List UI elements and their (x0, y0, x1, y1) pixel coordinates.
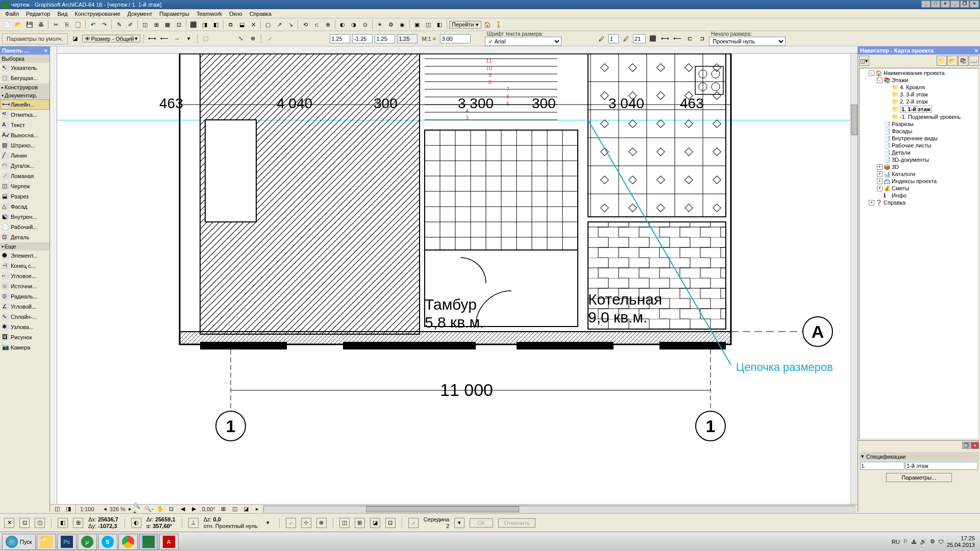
snap-btn-1[interactable]: ⟋ (286, 518, 296, 528)
taskbar-clock[interactable]: 17:25 25.04.2013 (947, 535, 975, 548)
tree-indexes[interactable]: +📇Индексы проекта (861, 178, 977, 185)
tb-btn-15[interactable]: ⎌ (311, 19, 322, 30)
dim-btn-3[interactable]: → (172, 34, 182, 44)
snap-btn-4[interactable]: ◫ (339, 518, 350, 528)
tb-btn-3[interactable]: ▦ (162, 19, 173, 30)
panel-close-icon[interactable]: × (44, 47, 47, 54)
tool-polyline[interactable]: ⟋Ломаная (0, 171, 50, 181)
scale-display[interactable]: 1:100 (78, 506, 96, 512)
vb-btn-1[interactable]: ◫ (52, 504, 62, 514)
menu-edit[interactable]: Редактор (23, 10, 53, 17)
tree-details[interactable]: 📑Детали (861, 149, 977, 156)
nav-tab-4[interactable]: 📖 (969, 56, 979, 66)
arrow-btn-4[interactable]: ⊏ (684, 34, 695, 44)
snap-btn-8[interactable]: ⟋ (408, 518, 419, 528)
erase-button[interactable]: ✐ (125, 19, 135, 30)
snap-dropdown[interactable]: ▾ (454, 518, 464, 528)
tray-icon-2[interactable]: 🖧 (911, 539, 917, 545)
tool-line[interactable]: ╱Линия (0, 151, 50, 161)
tb-btn-27[interactable]: 🚶 (494, 19, 504, 30)
menu-options[interactable]: Параметры (156, 10, 192, 17)
tb-btn-1[interactable]: ◫ (140, 19, 150, 30)
navigator-close-icon[interactable]: × (975, 47, 978, 54)
vb-btn-2[interactable]: ◨ (63, 504, 74, 514)
num-input-3[interactable] (375, 34, 395, 43)
group-more[interactable]: ▾Еще (0, 242, 50, 251)
num-input-1[interactable] (330, 34, 350, 43)
tb-btn-17[interactable]: ◐ (337, 19, 348, 30)
tool-section[interactable]: ⬓Разрез (0, 191, 50, 202)
canvas-area[interactable]: 11109 876 543 (50, 46, 857, 512)
tree-catalogs[interactable]: +📊Каталоги (861, 170, 977, 178)
nav-tab-1[interactable]: 📁 (937, 56, 947, 66)
group-selection[interactable]: Выборка (0, 55, 50, 63)
zoom-out-icon[interactable]: 🔍- (144, 504, 154, 514)
tool-radial[interactable]: ⊙Радиаль... (0, 291, 50, 302)
tree-info[interactable]: ℹИнфо (861, 192, 977, 199)
tb-btn-25[interactable]: ◧ (434, 19, 445, 30)
minimize-button[interactable]: _ (921, 1, 930, 8)
tb-btn-19[interactable]: ⊙ (360, 19, 370, 30)
tree-floors[interactable]: -📚Этажи (861, 77, 977, 84)
dim-btn-2[interactable]: ⟵ (159, 34, 169, 44)
tb-btn-5[interactable]: ⬛ (188, 19, 199, 30)
origin-select[interactable]: Проектный нуль (709, 37, 786, 46)
tree-floor-0[interactable]: 📁-1. Подземный уровень (861, 113, 977, 120)
tree-3ddocs[interactable]: 📑3D-документы (861, 156, 977, 163)
tool-interior[interactable]: ⬕Внутрен... (0, 212, 50, 222)
zoom-in-icon[interactable]: 🔍+ (133, 504, 143, 514)
zoom-right-icon[interactable]: ▸ (129, 506, 132, 512)
tree-3d[interactable]: +📦3D (861, 163, 977, 170)
tool-source[interactable]: ☼Источни... (0, 281, 50, 291)
task-archicad[interactable] (139, 534, 158, 550)
dim-btn-5[interactable]: ⬚ (201, 34, 211, 44)
tb-btn-16[interactable]: ⊕ (323, 19, 333, 30)
scrollbar-horizontal[interactable] (263, 506, 855, 513)
tb-btn-7[interactable]: ◧ (211, 19, 221, 30)
tool-elevation[interactable]: △Фасад (0, 202, 50, 212)
tree-worksheets[interactable]: 📑Рабочие листы (861, 142, 977, 149)
tool-pointer[interactable]: ↖Указатель (0, 63, 50, 73)
rb-close-icon[interactable]: × (971, 442, 979, 449)
close-button[interactable]: × (941, 1, 950, 8)
menu-help[interactable]: Справка (247, 10, 275, 17)
pen-btn-1[interactable]: 🖊 (596, 34, 606, 44)
tree-floor-2[interactable]: 📁2. 2-й этаж (861, 98, 977, 105)
new-button[interactable]: 📄 (2, 19, 12, 30)
dim-btn-8[interactable]: ⟋ (264, 34, 275, 44)
font-select[interactable]: ✓ Arial (485, 37, 561, 46)
default-params-button[interactable]: Параметры по умолч. (2, 33, 68, 44)
cb-btn-1[interactable]: ✕ (4, 518, 14, 528)
parameters-button[interactable]: Параметры... (886, 473, 952, 482)
menu-design[interactable]: Конструирование (71, 10, 123, 17)
task-utorrent[interactable]: μ (78, 534, 97, 550)
drawing-viewport[interactable]: 11109 876 543 (57, 54, 850, 505)
tb-btn-11[interactable]: ▢ (263, 19, 273, 30)
pen-input-2[interactable] (633, 34, 646, 43)
task-skype[interactable]: S (98, 534, 117, 550)
snap-btn-5[interactable]: ⊞ (355, 518, 365, 528)
tb-btn-26[interactable]: 🏠 (482, 19, 493, 30)
tool-end[interactable]: ⊣Конец с... (0, 261, 50, 271)
tb-btn-9[interactable]: ⬓ (237, 19, 247, 30)
tree-sections[interactable]: 📑Разрезы (861, 120, 977, 128)
nav-tab-3[interactable]: 📚 (958, 56, 968, 66)
cb-btn-2[interactable]: ⊡ (19, 518, 30, 528)
angle-display[interactable]: 0,00° (200, 506, 217, 512)
nav-tab-2[interactable]: 📂 (947, 56, 958, 66)
tree-floor-4[interactable]: 📁4. Кровля (861, 84, 977, 91)
arrow-btn-1[interactable]: ⬛ (648, 34, 658, 44)
menu-document[interactable]: Документ (125, 10, 156, 17)
task-photoshop[interactable]: Ps (57, 534, 77, 550)
zoom-left-icon[interactable]: ◂ (104, 506, 107, 512)
dim-btn-7[interactable]: ⊕ (248, 34, 258, 44)
tool-drawing[interactable]: ◫Чертеж (0, 181, 50, 191)
close2-button[interactable]: × (970, 1, 979, 8)
tray-icon-5[interactable]: 🛡 (938, 539, 944, 545)
scale-input[interactable] (440, 34, 471, 43)
tool-figure[interactable]: 🖼Рисунок (0, 332, 50, 342)
lang-indicator[interactable]: RU (892, 539, 900, 545)
tree-help[interactable]: +❓Справка (861, 199, 977, 206)
menu-view[interactable]: Вид (54, 10, 70, 17)
redo-button[interactable]: ↷ (99, 19, 109, 30)
